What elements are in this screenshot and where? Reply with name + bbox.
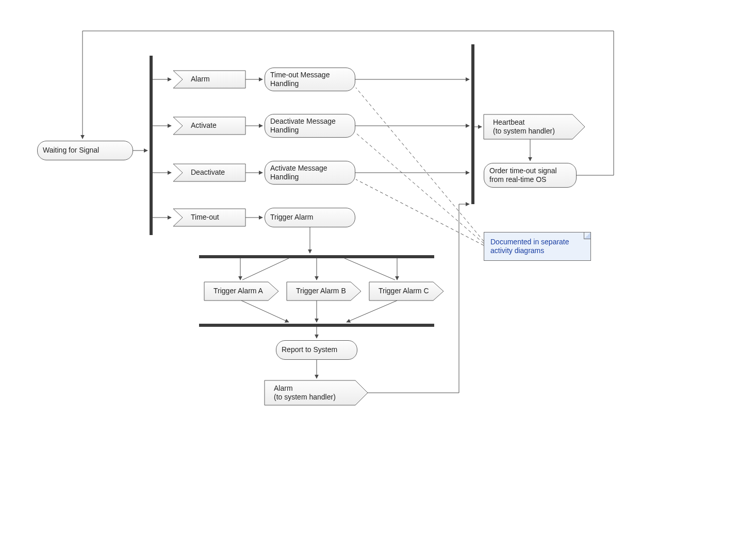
note-documented-separate: Documented in separate activity diagrams [484, 232, 591, 261]
activity-label: Report to System [282, 345, 337, 355]
activity-trigger-alarm: Trigger Alarm [265, 208, 355, 227]
activity-order-timeout-signal: Order time-out signal from real-time OS [484, 163, 577, 188]
activity-deactivate-message-handling: Deactivate Message Handling [265, 114, 355, 138]
activity-report-to-system: Report to System [276, 340, 357, 360]
signal-send-trigger-c [369, 282, 443, 301]
activity-activate-message-handling: Activate Message Handling [265, 161, 355, 185]
fork-bar-left [150, 56, 153, 235]
note-text: Documented in separate activity diagrams [490, 238, 584, 256]
connector-layer [0, 0, 756, 533]
activity-label: Order time-out signal from real-time OS [489, 166, 571, 185]
signal-receipt-alarm [173, 71, 245, 88]
signal-receipt-activate [173, 117, 245, 135]
signal-send-alarm [265, 380, 368, 405]
signal-send-heartbeat [484, 114, 585, 139]
activity-label: Waiting for Signal [43, 146, 99, 155]
activity-label: Deactivate Message Handling [270, 117, 350, 135]
signal-send-trigger-b [287, 282, 361, 301]
activity-timeout-message-handling: Time-out Message Handling [265, 68, 355, 91]
activity-label: Activate Message Handling [270, 164, 350, 182]
fork-bar-trigger-top [199, 255, 434, 258]
join-bar-right [471, 44, 474, 204]
signal-receipt-deactivate [173, 164, 245, 181]
join-bar-trigger-bottom [199, 324, 434, 327]
activity-label: Time-out Message Handling [270, 71, 350, 89]
signal-receipt-timeout [173, 209, 245, 226]
signal-send-trigger-a [204, 282, 278, 301]
activity-label: Trigger Alarm [270, 213, 314, 222]
activity-waiting-for-signal: Waiting for Signal [37, 141, 133, 160]
